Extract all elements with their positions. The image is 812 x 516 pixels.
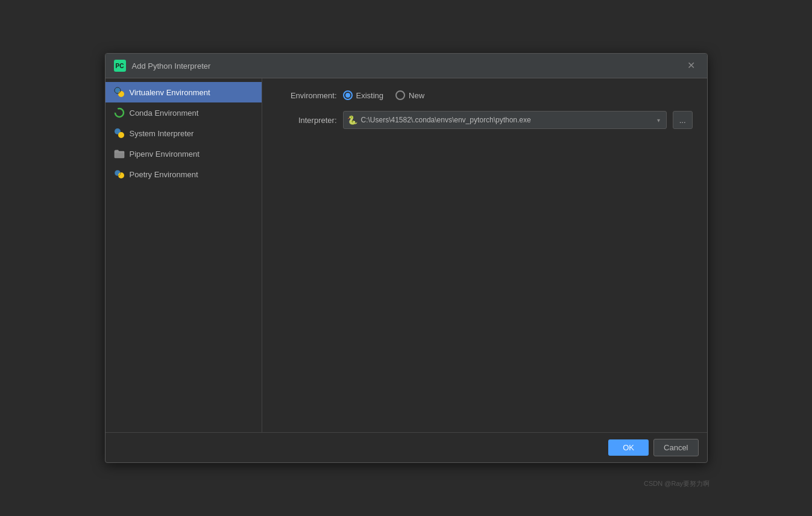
svg-point-5 bbox=[118, 132, 124, 138]
interpreter-input-wrap[interactable]: 🐍 C:\Users\41582\.conda\envs\env_pytorch… bbox=[343, 111, 667, 129]
pipenv-icon bbox=[114, 148, 125, 159]
sidebar-item-conda-label: Conda Environment bbox=[130, 109, 199, 118]
close-button[interactable]: ✕ bbox=[684, 60, 699, 72]
svg-point-7 bbox=[118, 172, 124, 178]
main-content: Environment: Existing New Inte bbox=[262, 78, 707, 432]
title-bar: PC Add Python Interpreter ✕ bbox=[105, 54, 707, 78]
conda-icon bbox=[114, 107, 125, 118]
radio-new-label: New bbox=[409, 91, 424, 100]
add-python-interpreter-dialog: PC Add Python Interpreter ✕ Virtualenv E… bbox=[105, 53, 708, 463]
radio-existing-inner bbox=[345, 93, 350, 98]
sidebar-item-virtualenv[interactable]: Virtualenv Environment bbox=[105, 82, 262, 102]
radio-new[interactable]: New bbox=[395, 90, 424, 100]
dialog-title: Add Python Interpreter bbox=[132, 61, 684, 71]
sidebar-item-pipenv[interactable]: Pipenv Environment bbox=[105, 143, 262, 164]
svg-point-1 bbox=[118, 91, 124, 97]
radio-existing[interactable]: Existing bbox=[343, 90, 384, 100]
interpreter-label: Interpreter: bbox=[277, 116, 337, 125]
poetry-icon bbox=[114, 169, 125, 180]
sidebar-item-poetry-label: Poetry Environment bbox=[130, 170, 198, 179]
radio-existing-outer bbox=[343, 90, 353, 100]
app-logo: PC bbox=[114, 60, 126, 72]
radio-group: Existing New bbox=[343, 90, 425, 100]
python-emoji-icon: 🐍 bbox=[347, 115, 357, 125]
dialog-body: Virtualenv Environment Conda Environment bbox=[105, 78, 707, 432]
environment-row: Environment: Existing New bbox=[277, 90, 693, 100]
watermark: CSDN @Ray要努力啊 bbox=[644, 479, 710, 488]
radio-new-outer bbox=[395, 90, 405, 100]
sidebar-item-system-label: System Interpreter bbox=[130, 129, 194, 138]
svg-point-3 bbox=[115, 109, 124, 117]
sidebar-item-conda[interactable]: Conda Environment bbox=[105, 102, 262, 123]
cancel-button[interactable]: Cancel bbox=[653, 439, 698, 456]
interpreter-row: Interpreter: 🐍 C:\Users\41582\.conda\env… bbox=[277, 111, 693, 129]
sidebar-item-pipenv-label: Pipenv Environment bbox=[130, 149, 200, 159]
browse-button[interactable]: ... bbox=[673, 111, 693, 129]
interpreter-value: C:\Users\41582\.conda\envs\env_pytorch\p… bbox=[361, 116, 652, 124]
sidebar-item-virtualenv-label: Virtualenv Environment bbox=[130, 88, 210, 97]
dialog-footer: OK Cancel bbox=[105, 432, 707, 462]
dropdown-arrow-icon[interactable]: ▾ bbox=[655, 117, 663, 124]
ok-button[interactable]: OK bbox=[608, 439, 649, 456]
sidebar-item-poetry[interactable]: Poetry Environment bbox=[105, 164, 262, 184]
sidebar-item-system[interactable]: System Interpreter bbox=[105, 123, 262, 143]
content-spacer bbox=[277, 140, 693, 420]
virtualenv-icon bbox=[114, 87, 125, 98]
system-icon bbox=[114, 128, 125, 139]
sidebar: Virtualenv Environment Conda Environment bbox=[105, 78, 262, 432]
environment-label: Environment: bbox=[277, 91, 337, 100]
radio-existing-label: Existing bbox=[356, 91, 384, 100]
